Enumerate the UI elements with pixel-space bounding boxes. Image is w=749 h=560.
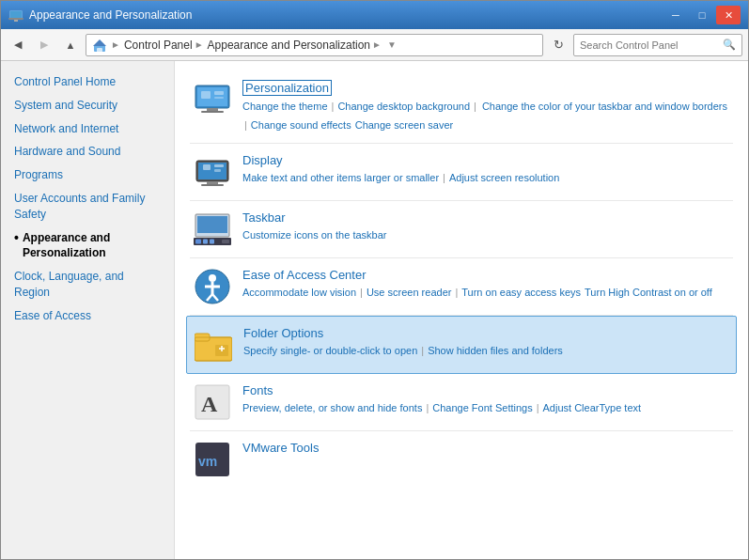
close-button[interactable]: ✕	[716, 6, 741, 24]
svg-rect-2	[8, 18, 23, 20]
vmware-text: VMware Tools	[242, 441, 729, 458]
vmware-icon: vm	[194, 441, 231, 478]
link-text-larger[interactable]: Make text and other items larger or smal…	[242, 170, 439, 187]
title-bar-controls: ─ □ ✕	[663, 6, 741, 24]
taskbar-title[interactable]: Taskbar	[242, 210, 286, 225]
vmware-title[interactable]: VMware Tools	[242, 441, 319, 455]
path-chevron-1: ►	[111, 39, 120, 50]
display-icon	[194, 153, 231, 191]
svg-rect-10	[214, 91, 224, 95]
ease-of-access-center-links: Accommodate low vision | Use screen read…	[242, 285, 729, 302]
svg-text:vm: vm	[198, 454, 217, 469]
display-text: Display Make text and other items larger…	[242, 153, 729, 187]
home-icon	[92, 38, 107, 53]
search-input[interactable]	[580, 39, 719, 51]
svg-rect-17	[214, 164, 224, 167]
svg-rect-25	[203, 240, 208, 244]
ease-of-access-center-title[interactable]: Ease of Access Center	[242, 268, 367, 282]
sidebar-item-clock-language[interactable]: Clock, Language, and Region	[1, 265, 174, 304]
sidebar-item-ease-access[interactable]: Ease of Access	[1, 304, 174, 328]
title-bar-left: Appearance and Personalization	[8, 8, 192, 23]
folder-options-links: Specify single- or double-click to open …	[243, 343, 728, 360]
main-area: Control Panel Home System and Security N…	[1, 61, 748, 559]
link-change-sound[interactable]: Change sound effects	[251, 117, 351, 134]
svg-rect-20	[201, 184, 224, 186]
restore-button[interactable]: □	[690, 6, 714, 24]
svg-rect-3	[14, 20, 18, 22]
folder-options-text: Folder Options Specify single- or double…	[243, 326, 728, 360]
back-button[interactable]: ◀	[7, 34, 29, 56]
sidebar: Control Panel Home System and Security N…	[1, 61, 175, 559]
up-button[interactable]: ▲	[59, 34, 82, 56]
svg-rect-1	[10, 11, 22, 18]
title-bar: Appearance and Personalization ─ □ ✕	[1, 1, 748, 29]
svg-rect-24	[195, 240, 201, 244]
minimize-button[interactable]: ─	[663, 6, 688, 24]
address-path[interactable]: ► Control Panel ► Appearance and Persona…	[86, 34, 543, 56]
svg-rect-12	[207, 108, 218, 111]
link-high-contrast[interactable]: Turn High Contrast on or off	[585, 285, 712, 302]
link-change-theme[interactable]: Change the theme	[242, 99, 328, 116]
link-show-hidden-files[interactable]: Show hidden files and folders	[428, 343, 563, 360]
link-change-desktop-bg[interactable]: Change desktop background	[337, 99, 470, 116]
sidebar-item-system-security[interactable]: System and Security	[1, 94, 174, 117]
personalization-title[interactable]: Personalization	[242, 80, 332, 96]
link-adjust-resolution[interactable]: Adjust screen resolution	[449, 170, 559, 187]
ease-of-access-icon	[194, 268, 231, 305]
forward-button[interactable]: ▶	[33, 34, 55, 56]
link-easy-access-keys[interactable]: Turn on easy access keys	[461, 285, 581, 302]
link-preview-fonts[interactable]: Preview, delete, or show and hide fonts	[242, 400, 422, 417]
svg-rect-18	[214, 169, 221, 172]
svg-point-29	[209, 274, 216, 282]
section-display: Display Make text and other items larger…	[190, 144, 733, 201]
svg-rect-26	[210, 240, 214, 244]
search-icon[interactable]: 🔍	[723, 39, 736, 51]
sidebar-item-network-internet[interactable]: Network and Internet	[1, 117, 174, 141]
link-screen-reader[interactable]: Use screen reader	[367, 285, 452, 302]
path-segment-2[interactable]: Appearance and Personalization ►	[208, 39, 382, 52]
fonts-title[interactable]: Fonts	[242, 383, 273, 397]
link-change-screensaver[interactable]: Change screen saver	[355, 117, 454, 134]
sidebar-item-hardware-sound[interactable]: Hardware and Sound	[1, 140, 174, 163]
content-area: Personalization Change the theme | Chang…	[175, 61, 748, 559]
path-dropdown-button[interactable]: ▼	[385, 39, 398, 50]
link-single-double-click[interactable]: Specify single- or double-click to open	[243, 343, 417, 360]
link-cleartype[interactable]: Adjust ClearType text	[543, 400, 642, 417]
link-customize-icons[interactable]: Customize icons on the taskbar	[242, 227, 386, 244]
display-links: Make text and other items larger or smal…	[242, 170, 729, 187]
taskbar-text: Taskbar Customize icons on the taskbar	[242, 210, 729, 244]
ease-of-access-center-text: Ease of Access Center Accommodate low vi…	[242, 268, 729, 302]
svg-rect-16	[203, 164, 211, 170]
address-bar: ◀ ▶ ▲ ► Control Panel ► Appearance and P…	[1, 29, 748, 61]
link-change-color[interactable]: Change the color of your taskbar and win…	[482, 99, 727, 116]
section-taskbar: Taskbar Customize icons on the taskbar	[190, 201, 733, 258]
svg-rect-9	[201, 91, 211, 99]
svg-rect-22	[197, 216, 227, 233]
sidebar-item-programs[interactable]: Programs	[1, 163, 174, 187]
refresh-button[interactable]: ↻	[547, 34, 570, 56]
svg-rect-13	[201, 111, 224, 113]
active-bullet: •	[14, 230, 19, 246]
display-title[interactable]: Display	[242, 153, 283, 167]
section-vmware: vm VMware Tools	[190, 431, 733, 488]
fonts-icon: A	[194, 383, 231, 421]
sidebar-item-user-accounts[interactable]: User Accounts and Family Safety	[1, 187, 174, 226]
svg-marker-5	[93, 39, 106, 46]
fonts-links: Preview, delete, or show and hide fonts …	[242, 400, 729, 417]
svg-text:A: A	[201, 392, 218, 416]
personalization-icon	[194, 80, 231, 117]
section-fonts: A Fonts Preview, delete, or show and hid…	[190, 374, 733, 431]
personalization-links: Change the theme | Change desktop backgr…	[242, 99, 729, 133]
fonts-text: Fonts Preview, delete, or show and hide …	[242, 383, 729, 417]
search-box[interactable]: 🔍	[573, 34, 742, 56]
svg-rect-11	[214, 97, 224, 99]
sidebar-item-control-panel-home[interactable]: Control Panel Home	[1, 70, 174, 94]
section-ease-of-access-center: Ease of Access Center Accommodate low vi…	[190, 258, 733, 316]
folder-options-title[interactable]: Folder Options	[243, 326, 323, 340]
link-change-font-settings[interactable]: Change Font Settings	[432, 400, 532, 417]
section-personalization: Personalization Change the theme | Chang…	[190, 70, 733, 144]
folder-options-icon	[195, 326, 232, 364]
main-window: Appearance and Personalization ─ □ ✕ ◀ ▶…	[0, 0, 749, 560]
link-accommodate-vision[interactable]: Accommodate low vision	[242, 285, 356, 302]
path-segment-1[interactable]: Control Panel ►	[124, 39, 204, 52]
